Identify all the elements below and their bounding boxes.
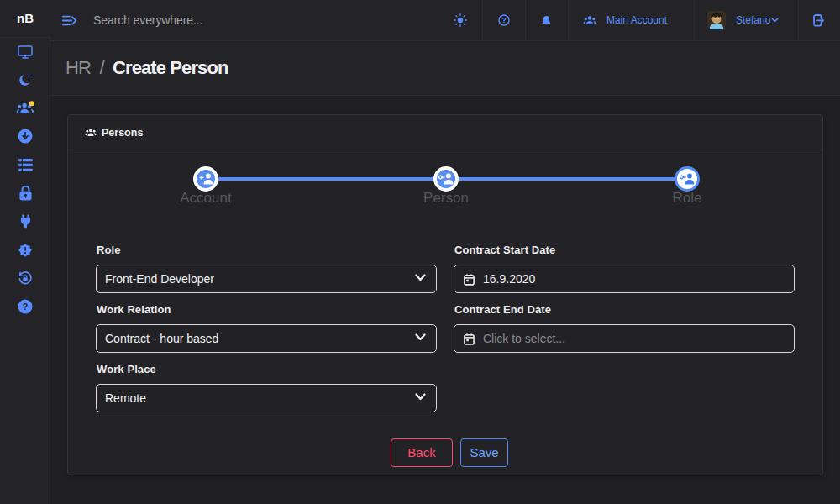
svg-text:?: ? [501,16,506,24]
svg-text:?: ? [23,302,29,312]
